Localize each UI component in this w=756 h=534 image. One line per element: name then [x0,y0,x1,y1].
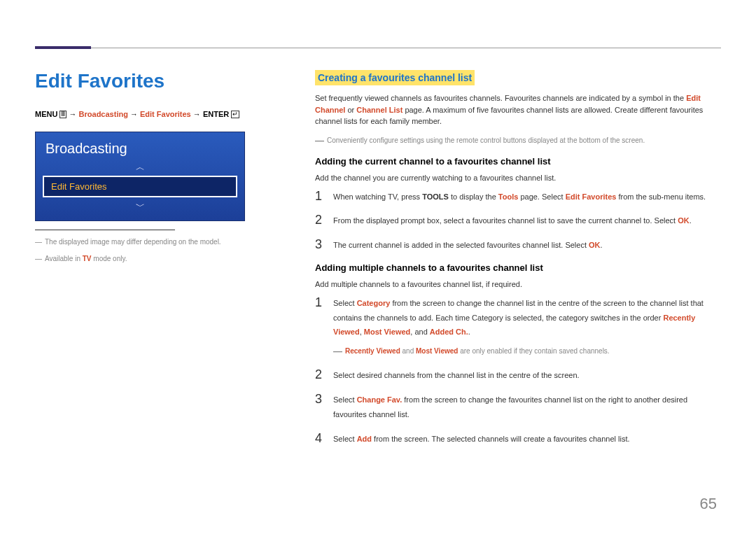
step-body: The current channel is added in the sele… [333,238,721,253]
step-item: 3 Select Change Fav. from the screen to … [315,393,721,422]
step-number: 3 [315,393,333,405]
menu-icon: Ⅲ [59,111,66,118]
right-column: Creating a favourites channel list Set f… [315,70,721,456]
step-item: 2 From the displayed prompt box, select … [315,213,721,228]
breadcrumb: MENU Ⅲ → Broadcasting → Edit Favorites →… [35,110,245,119]
note-image-differ: ―The displayed image may differ dependin… [35,237,245,247]
breadcrumb-edit-favorites: Edit Favorites [140,110,191,118]
dash-icon: ― [333,346,342,356]
breadcrumb-enter: ENTER [203,110,229,118]
subheading-add-current: Adding the current channel to a favourit… [315,156,721,167]
subheading-add-multiple: Adding multiple channels to a favourites… [315,262,721,273]
step-item: 1 Select Category from the screen to cha… [315,296,721,358]
step-item: 3 The current channel is added in the se… [315,238,721,253]
intro-subnote: ―Conveniently configure settings using t… [315,133,721,147]
step-number: 1 [315,190,333,202]
step-body: Select Change Fav. from the screen to ch… [333,393,721,422]
step-number: 3 [315,238,333,251]
step-body: When watching TV, press TOOLS to display… [333,190,721,204]
step-body: From the displayed prompt box, select a … [333,213,721,228]
step-body: Select Add from the screen. The selected… [333,432,721,447]
dash-icon: ― [35,238,42,246]
sub2-steps: 1 Select Category from the screen to cha… [315,296,721,447]
step-number: 1 [315,296,333,309]
step-body: Select desired channels from the channel… [333,368,721,383]
breadcrumb-broadcasting: Broadcasting [79,110,128,118]
divider [35,230,175,230]
page-number: 65 [700,495,717,513]
note-tv-mode: ―Available in TV mode only. [35,254,245,264]
intro-paragraph: Set frequently viewed channels as favour… [315,92,721,127]
dash-icon: ― [315,135,324,146]
step-item: 4 Select Add from the screen. The select… [315,432,721,447]
sub1-lead: Add the channel you are currently watchi… [315,172,721,184]
chevron-down-icon[interactable]: ﹀ [36,200,244,212]
step-item: 2 Select desired channels from the chann… [315,368,721,383]
sub2-lead: Add multiple channels to a favourites ch… [315,279,721,290]
step-item: 1 When watching TV, press TOOLS to displ… [315,190,721,204]
top-rule-accent [35,46,91,49]
page-title: Edit Favorites [35,70,245,92]
bc-arrow-3: → [193,110,201,118]
dash-icon: ― [35,255,42,262]
enter-icon: ↵ [231,111,239,118]
sub1-steps: 1 When watching TV, press TOOLS to displ… [315,190,721,253]
left-column: Edit Favorites MENU Ⅲ → Broadcasting → E… [35,70,245,264]
breadcrumb-menu: MENU [35,110,57,118]
step-number: 2 [315,213,333,226]
bc-arrow-1: → [69,110,77,118]
bc-arrow-2: → [130,110,138,118]
osd-title: Broadcasting [36,138,244,161]
chevron-up-icon[interactable]: ︿ [36,161,244,173]
step-subnote: ―Recently Viewed and Most Viewed are onl… [333,344,721,358]
step-number: 2 [315,368,333,381]
step-body: Select Category from the screen to chang… [333,296,721,358]
osd-panel: Broadcasting ︿ Edit Favorites ﹀ [35,132,245,221]
step-number: 4 [315,432,333,444]
osd-selected-item[interactable]: Edit Favorites [43,176,237,197]
section-heading: Creating a favourites channel list [315,70,475,85]
top-rule [35,48,721,48]
